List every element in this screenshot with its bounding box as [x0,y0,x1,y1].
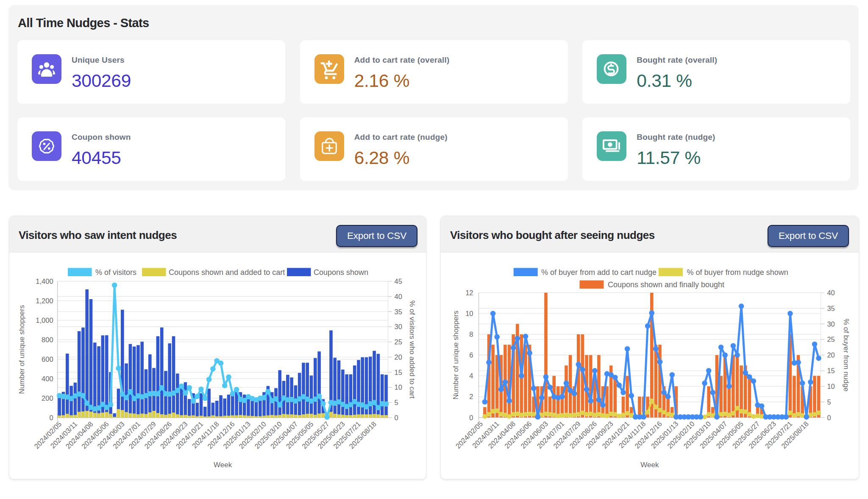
svg-text:% of buyer from nudge shown: % of buyer from nudge shown [687,268,788,277]
svg-text:4: 4 [469,372,473,380]
svg-text:% of visitors who added to car: % of visitors who added to cart [408,300,416,399]
svg-text:40: 40 [395,293,402,300]
svg-text:0: 0 [49,414,53,421]
svg-text:5: 5 [827,398,831,406]
svg-text:25: 25 [827,335,835,343]
svg-text:1,200: 1,200 [36,297,53,305]
svg-text:30: 30 [395,323,402,330]
svg-text:Week: Week [640,461,659,469]
svg-text:Coupons shown and finally boug: Coupons shown and finally bought [608,280,724,289]
svg-text:Week: Week [214,461,232,469]
svg-text:10: 10 [465,310,473,317]
svg-text:12: 12 [465,289,473,297]
svg-text:15: 15 [827,367,835,374]
svg-text:8: 8 [469,330,473,338]
svg-text:Coupons shown: Coupons shown [314,268,368,277]
svg-text:200: 200 [42,394,53,402]
svg-text:1,000: 1,000 [36,316,53,324]
svg-text:25: 25 [395,338,402,346]
svg-text:45: 45 [395,277,402,285]
svg-text:30: 30 [827,320,835,328]
svg-text:% of visitors: % of visitors [95,268,136,277]
svg-text:800: 800 [42,336,53,344]
svg-text:400: 400 [42,375,53,383]
svg-text:Number of unique shoppers: Number of unique shoppers [452,310,460,399]
svg-text:20: 20 [395,353,402,361]
svg-text:5: 5 [395,399,398,406]
svg-text:Number of unique shoppers: Number of unique shoppers [18,305,26,394]
svg-text:20: 20 [827,351,835,359]
svg-text:0: 0 [827,414,831,421]
svg-text:35: 35 [395,308,402,316]
svg-text:6: 6 [469,351,473,359]
svg-text:2: 2 [469,393,473,400]
svg-text:40: 40 [827,289,835,297]
svg-text:600: 600 [42,355,53,363]
svg-text:15: 15 [395,369,402,376]
svg-text:10: 10 [395,383,402,391]
svg-text:% of buyer from nudge: % of buyer from nudge [842,319,850,391]
svg-text:10: 10 [827,383,835,390]
svg-text:35: 35 [827,305,835,312]
svg-text:Coupons shown and added to car: Coupons shown and added to cart [169,268,285,277]
svg-text:1,400: 1,400 [36,277,53,285]
svg-text:0: 0 [469,414,473,421]
svg-text:% of buyer from add to cart nu: % of buyer from add to cart nudge [541,268,657,277]
svg-text:0: 0 [395,414,398,421]
